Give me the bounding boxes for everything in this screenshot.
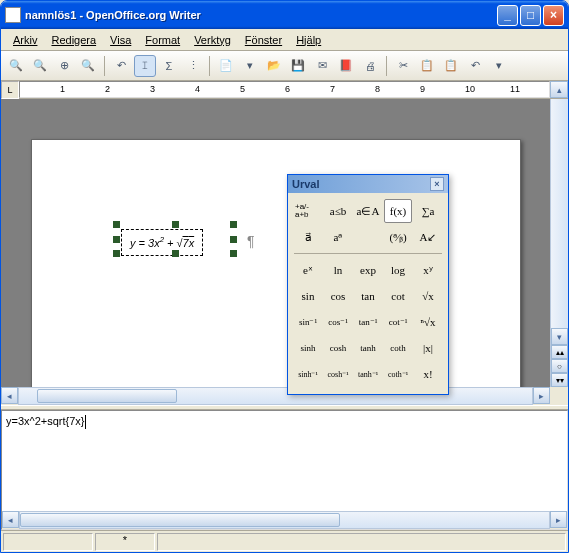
fn-cos-button[interactable]: cos [324,284,352,308]
zoom-fit-button[interactable]: 🔍 [77,55,99,77]
resize-handle[interactable] [113,221,120,228]
scroll-thumb[interactable] [37,389,177,403]
maximize-button[interactable]: □ [520,5,541,26]
new-button[interactable]: 📄 [215,55,237,77]
fn-arccos-button[interactable]: cos⁻¹ [324,310,352,334]
undo2-button[interactable]: ↶ [464,55,486,77]
fn-exp-button[interactable]: exp [354,258,382,282]
formula-cursor-button[interactable]: 𝙸 [134,55,156,77]
more-icon[interactable]: ⋮ [182,55,204,77]
document-area: L 1 2 3 4 5 6 7 8 9 10 11 ▴ y = 3x2 + √7… [1,81,568,530]
cat-others-button[interactable]: aᵃ [324,225,352,249]
fn-tanh-button[interactable]: tanh [354,336,382,360]
resize-handle[interactable] [230,250,237,257]
resize-handle[interactable] [113,250,120,257]
fn-arccot-button[interactable]: cot⁻¹ [384,310,412,334]
fn-sin-button[interactable]: sin [294,284,322,308]
cat-set-button[interactable]: a∈A [354,199,382,223]
scroll-up-button[interactable]: ▴ [550,81,568,98]
undo-icon: ↶ [117,59,126,72]
dropdown-icon[interactable]: ▾ [488,55,510,77]
close-button[interactable]: × [543,5,564,26]
minimize-button[interactable]: _ [497,5,518,26]
fn-ln-button[interactable]: ln [324,258,352,282]
scroll-right-button[interactable]: ▸ [550,511,567,528]
zoom-out-button[interactable]: 🔍 [29,55,51,77]
resize-handle[interactable] [230,221,237,228]
scroll-thumb[interactable] [20,513,340,527]
fn-abs-button[interactable]: |x| [414,336,442,360]
menu-arkiv[interactable]: Arkiv [7,32,43,48]
menu-format[interactable]: Format [139,32,186,48]
titlebar[interactable]: namnlös1 - OpenOffice.org Writer _ □ × [1,1,568,29]
cat-unary-button[interactable]: +a/-a+b [294,199,322,223]
menu-verktyg[interactable]: Verktyg [188,32,237,48]
separator [209,56,210,76]
fn-arcsin-button[interactable]: sin⁻¹ [294,310,322,334]
scroll-left-button[interactable]: ◂ [2,511,19,528]
panel-close-button[interactable]: × [430,177,444,191]
zoom-100-button[interactable]: ⊕ [53,55,75,77]
fn-nroot-button[interactable]: ⁿ√x [414,310,442,334]
fn-artanh-button[interactable]: tanh⁻¹ [354,362,382,386]
cat-attributes-button[interactable]: a⃗ [294,225,322,249]
horizontal-scrollbar[interactable] [19,511,550,529]
mail-button[interactable]: ✉ [311,55,333,77]
horizontal-scrollbar[interactable] [18,387,533,405]
fn-factorial-button[interactable]: x! [414,362,442,386]
fn-power-button[interactable]: xʸ [414,258,442,282]
undo-icon: ↶ [471,59,480,72]
scroll-down-button[interactable]: ▾ [551,328,568,345]
fn-coth-button[interactable]: coth [384,336,412,360]
resize-handle[interactable] [113,236,120,243]
fn-cot-button[interactable]: cot [384,284,412,308]
fn-sqrt-button[interactable]: √x [414,284,442,308]
cat-formats-button[interactable]: A↙ [414,225,442,249]
print-icon: 🖨 [365,60,376,72]
scroll-right-button[interactable]: ▸ [533,387,550,404]
fn-arcosh-button[interactable]: cosh⁻¹ [324,362,352,386]
menu-hjalp[interactable]: Hjälp [290,32,327,48]
ruler-corner[interactable]: L [1,81,19,99]
prev-page-button[interactable]: ▴▴ [551,345,568,359]
cat-relations-button[interactable]: a≤b [324,199,352,223]
cat-brackets-button[interactable]: (ᵃ⁄ᵦ) [384,225,412,249]
save-button[interactable]: 💾 [287,55,309,77]
menu-redigera[interactable]: Redigera [45,32,102,48]
menu-visa[interactable]: Visa [104,32,137,48]
vertical-scrollbar[interactable]: ▾ ▴▴ ○ ▾▾ [550,99,568,387]
fn-tan-button[interactable]: tan [354,284,382,308]
fn-arcoth-button[interactable]: coth⁻¹ [384,362,412,386]
scroll-track[interactable] [551,99,568,328]
nav-button[interactable]: ○ [551,359,568,373]
scroll-left-button[interactable]: ◂ [1,387,18,404]
open-button[interactable]: 📂 [263,55,285,77]
fn-ex-button[interactable]: eˣ [294,258,322,282]
print-button[interactable]: 🖨 [359,55,381,77]
zoom-in-button[interactable]: 🔍 [5,55,27,77]
cut-button[interactable]: ✂ [392,55,414,77]
fn-sinh-button[interactable]: sinh [294,336,322,360]
paste-button[interactable]: 📋 [440,55,462,77]
panel-titlebar[interactable]: Urval × [288,175,448,193]
fn-arsinh-button[interactable]: sinh⁻¹ [294,362,322,386]
copy-button[interactable]: 📋 [416,55,438,77]
elements-button[interactable]: Σ [158,55,180,77]
copy-icon: 📋 [420,59,434,72]
pdf-button[interactable]: 📕 [335,55,357,77]
resize-handle[interactable] [172,221,179,228]
page-view[interactable]: y = 3x2 + √7x ¶ [1,99,550,387]
dropdown-icon[interactable]: ▾ [239,55,261,77]
undo-button[interactable]: ↶ [110,55,132,77]
formula-editor[interactable]: y=3x^2+sqrt{7x} ◂ ▸ [1,410,568,530]
cat-functions-button[interactable]: f(x) [384,199,412,223]
resize-handle[interactable] [172,250,179,257]
resize-handle[interactable] [230,236,237,243]
next-page-button[interactable]: ▾▾ [551,373,568,387]
fn-cosh-button[interactable]: cosh [324,336,352,360]
horizontal-ruler[interactable]: 1 2 3 4 5 6 7 8 9 10 11 [19,81,550,98]
menu-fonster[interactable]: Fönster [239,32,288,48]
fn-arctan-button[interactable]: tan⁻¹ [354,310,382,334]
cat-operators-button[interactable]: ∑a [414,199,442,223]
fn-log-button[interactable]: log [384,258,412,282]
